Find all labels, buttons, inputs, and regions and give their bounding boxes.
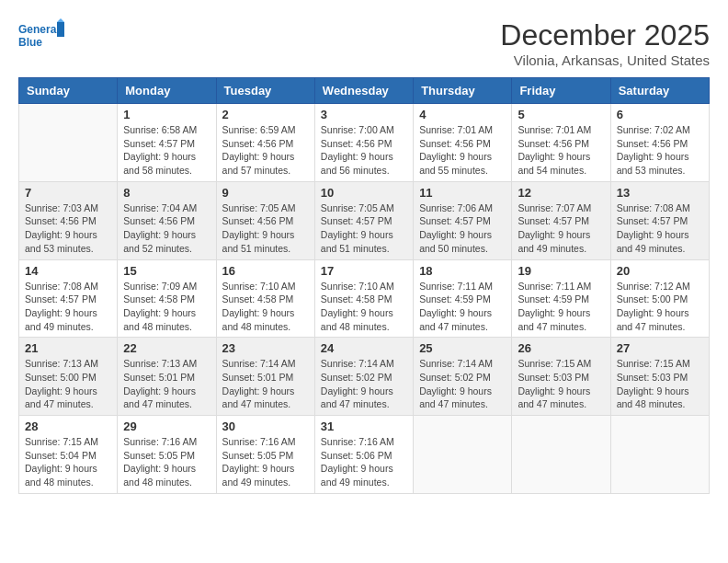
cell-info: Sunrise: 6:58 AMSunset: 4:57 PMDaylight:…: [123, 123, 210, 178]
day-number: 7: [25, 186, 111, 200]
day-number: 11: [419, 186, 506, 200]
day-number: 27: [617, 341, 703, 355]
calendar-cell: 25Sunrise: 7:14 AMSunset: 5:02 PMDayligh…: [414, 338, 512, 416]
cell-info: Sunrise: 7:02 AMSunset: 4:56 PMDaylight:…: [617, 123, 703, 178]
svg-marker-2: [57, 22, 64, 37]
cell-info: Sunrise: 7:12 AMSunset: 5:00 PMDaylight:…: [617, 280, 703, 334]
week-row-4: 21Sunrise: 7:13 AMSunset: 5:00 PMDayligh…: [19, 338, 710, 416]
day-number: 19: [518, 264, 604, 278]
day-number: 29: [123, 419, 210, 433]
calendar-cell: 9Sunrise: 7:05 AMSunset: 4:56 PMDaylight…: [216, 181, 314, 259]
day-number: 14: [25, 264, 111, 278]
cell-info: Sunrise: 7:15 AMSunset: 5:03 PMDaylight:…: [518, 357, 604, 411]
calendar-cell: 3Sunrise: 7:00 AMSunset: 4:56 PMDaylight…: [314, 104, 413, 182]
month-title: December 2025: [500, 18, 710, 52]
header: General Blue December 2025 Vilonia, Arka…: [18, 18, 710, 68]
cell-info: Sunrise: 7:15 AMSunset: 5:03 PMDaylight:…: [617, 357, 703, 411]
day-number: 6: [617, 108, 703, 121]
cell-info: Sunrise: 7:05 AMSunset: 4:56 PMDaylight:…: [222, 201, 309, 256]
calendar-cell: 15Sunrise: 7:09 AMSunset: 4:58 PMDayligh…: [118, 259, 216, 338]
calendar-cell: 30Sunrise: 7:16 AMSunset: 5:05 PMDayligh…: [216, 416, 314, 494]
week-row-5: 28Sunrise: 7:15 AMSunset: 5:04 PMDayligh…: [19, 416, 710, 494]
day-number: 2: [222, 108, 309, 121]
day-number: 1: [123, 108, 210, 121]
calendar-cell: 18Sunrise: 7:11 AMSunset: 4:59 PMDayligh…: [414, 259, 512, 338]
cell-info: Sunrise: 7:16 AMSunset: 5:05 PMDaylight:…: [123, 435, 210, 489]
col-header-thursday: Thursday: [414, 78, 512, 104]
day-number: 28: [25, 419, 111, 433]
calendar-cell: 29Sunrise: 7:16 AMSunset: 5:05 PMDayligh…: [118, 416, 216, 494]
calendar: SundayMondayTuesdayWednesdayThursdayFrid…: [18, 77, 710, 494]
calendar-cell: [19, 104, 118, 182]
cell-info: Sunrise: 7:14 AMSunset: 5:01 PMDaylight:…: [222, 357, 309, 411]
calendar-cell: 12Sunrise: 7:07 AMSunset: 4:57 PMDayligh…: [512, 181, 610, 259]
day-number: 13: [617, 186, 703, 200]
day-number: 26: [518, 341, 604, 355]
calendar-cell: 17Sunrise: 7:10 AMSunset: 4:58 PMDayligh…: [314, 259, 413, 338]
day-number: 20: [617, 264, 703, 278]
col-header-monday: Monday: [118, 78, 216, 104]
svg-text:Blue: Blue: [18, 36, 42, 49]
cell-info: Sunrise: 7:13 AMSunset: 5:00 PMDaylight:…: [25, 357, 111, 411]
calendar-cell: [610, 416, 709, 494]
cell-info: Sunrise: 7:16 AMSunset: 5:05 PMDaylight:…: [222, 435, 309, 489]
cell-info: Sunrise: 7:11 AMSunset: 4:59 PMDaylight:…: [518, 280, 604, 334]
calendar-cell: 16Sunrise: 7:10 AMSunset: 4:58 PMDayligh…: [216, 259, 314, 338]
calendar-cell: 19Sunrise: 7:11 AMSunset: 4:59 PMDayligh…: [512, 259, 610, 338]
cell-info: Sunrise: 7:01 AMSunset: 4:56 PMDaylight:…: [518, 123, 604, 178]
calendar-cell: 10Sunrise: 7:05 AMSunset: 4:57 PMDayligh…: [314, 181, 413, 259]
day-number: 10: [321, 186, 407, 200]
col-header-friday: Friday: [512, 78, 610, 104]
cell-info: Sunrise: 7:01 AMSunset: 4:56 PMDaylight:…: [419, 123, 506, 178]
calendar-cell: 8Sunrise: 7:04 AMSunset: 4:56 PMDaylight…: [118, 181, 216, 259]
cell-info: Sunrise: 7:08 AMSunset: 4:57 PMDaylight:…: [25, 280, 111, 334]
day-number: 17: [321, 264, 407, 278]
calendar-cell: [512, 416, 610, 494]
day-number: 15: [123, 264, 210, 278]
location: Vilonia, Arkansas, United States: [500, 52, 710, 68]
cell-info: Sunrise: 7:15 AMSunset: 5:04 PMDaylight:…: [25, 435, 111, 489]
logo: General Blue: [18, 18, 64, 55]
calendar-cell: 13Sunrise: 7:08 AMSunset: 4:57 PMDayligh…: [610, 181, 709, 259]
day-number: 16: [222, 264, 309, 278]
cell-info: Sunrise: 7:16 AMSunset: 5:06 PMDaylight:…: [321, 435, 407, 489]
calendar-cell: 20Sunrise: 7:12 AMSunset: 5:00 PMDayligh…: [610, 259, 709, 338]
day-number: 18: [419, 264, 506, 278]
calendar-cell: 26Sunrise: 7:15 AMSunset: 5:03 PMDayligh…: [512, 338, 610, 416]
calendar-cell: 1Sunrise: 6:58 AMSunset: 4:57 PMDaylight…: [118, 104, 216, 182]
calendar-cell: 23Sunrise: 7:14 AMSunset: 5:01 PMDayligh…: [216, 338, 314, 416]
cell-info: Sunrise: 7:05 AMSunset: 4:57 PMDaylight:…: [321, 201, 407, 256]
cell-info: Sunrise: 7:00 AMSunset: 4:56 PMDaylight:…: [321, 123, 407, 178]
col-header-saturday: Saturday: [610, 78, 709, 104]
svg-text:General: General: [18, 23, 60, 36]
day-number: 21: [25, 341, 111, 355]
day-number: 25: [419, 341, 506, 355]
col-header-sunday: Sunday: [19, 78, 118, 104]
svg-marker-3: [57, 18, 64, 22]
week-row-1: 1Sunrise: 6:58 AMSunset: 4:57 PMDaylight…: [19, 104, 710, 182]
calendar-cell: 7Sunrise: 7:03 AMSunset: 4:56 PMDaylight…: [19, 181, 118, 259]
cell-info: Sunrise: 7:08 AMSunset: 4:57 PMDaylight:…: [617, 201, 703, 256]
cell-info: Sunrise: 7:04 AMSunset: 4:56 PMDaylight:…: [123, 201, 210, 256]
calendar-cell: 22Sunrise: 7:13 AMSunset: 5:01 PMDayligh…: [118, 338, 216, 416]
header-row: SundayMondayTuesdayWednesdayThursdayFrid…: [19, 78, 710, 104]
day-number: 22: [123, 341, 210, 355]
cell-info: Sunrise: 7:14 AMSunset: 5:02 PMDaylight:…: [419, 357, 506, 411]
cell-info: Sunrise: 7:03 AMSunset: 4:56 PMDaylight:…: [25, 201, 111, 256]
cell-info: Sunrise: 6:59 AMSunset: 4:56 PMDaylight:…: [222, 123, 309, 178]
cell-info: Sunrise: 7:06 AMSunset: 4:57 PMDaylight:…: [419, 201, 506, 256]
day-number: 24: [321, 341, 407, 355]
title-area: December 2025 Vilonia, Arkansas, United …: [500, 18, 710, 68]
calendar-cell: 24Sunrise: 7:14 AMSunset: 5:02 PMDayligh…: [314, 338, 413, 416]
col-header-tuesday: Tuesday: [216, 78, 314, 104]
calendar-cell: 2Sunrise: 6:59 AMSunset: 4:56 PMDaylight…: [216, 104, 314, 182]
cell-info: Sunrise: 7:13 AMSunset: 5:01 PMDaylight:…: [123, 357, 210, 411]
day-number: 9: [222, 186, 309, 200]
day-number: 12: [518, 186, 604, 200]
cell-info: Sunrise: 7:14 AMSunset: 5:02 PMDaylight:…: [321, 357, 407, 411]
calendar-cell: 14Sunrise: 7:08 AMSunset: 4:57 PMDayligh…: [19, 259, 118, 338]
day-number: 3: [321, 108, 407, 121]
calendar-cell: 21Sunrise: 7:13 AMSunset: 5:00 PMDayligh…: [19, 338, 118, 416]
calendar-cell: 6Sunrise: 7:02 AMSunset: 4:56 PMDaylight…: [610, 104, 709, 182]
calendar-cell: 5Sunrise: 7:01 AMSunset: 4:56 PMDaylight…: [512, 104, 610, 182]
